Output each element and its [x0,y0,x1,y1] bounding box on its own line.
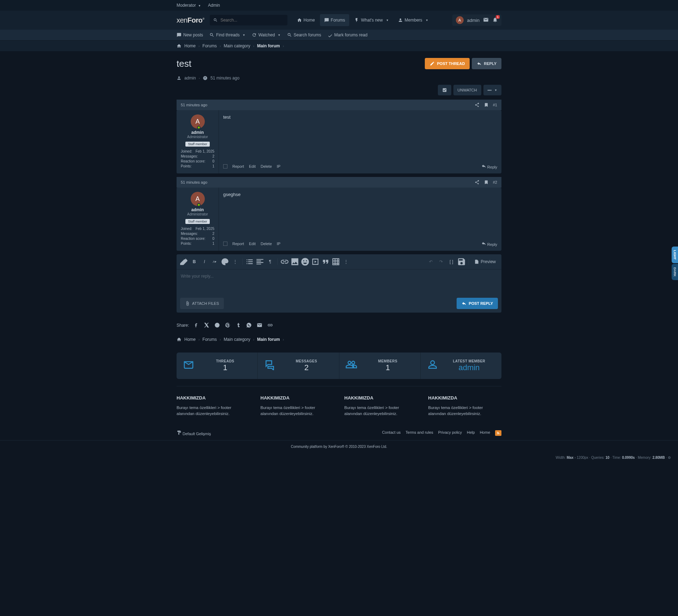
search-box[interactable] [210,15,287,25]
more-format-icon[interactable]: ⋮ [231,257,240,266]
post-number[interactable]: #1 [493,103,497,107]
share-icon[interactable] [475,102,480,107]
subnav-markread[interactable]: Mark forums read [328,32,368,37]
theme-light-button[interactable]: LIGHT [672,247,678,263]
topbar-moderator[interactable]: Moderator ▼ [177,3,201,8]
footer-terms[interactable]: Terms and rules [406,430,433,436]
footer-home[interactable]: Home [480,430,490,436]
subnav-findthreads[interactable]: Find threads ▼ [209,32,245,37]
thread-author[interactable]: admin [184,76,196,81]
breadcrumb-forum[interactable]: Main forum [257,43,280,48]
post-select-checkbox[interactable] [223,164,227,168]
theme-dark-button[interactable]: DARK [672,264,678,280]
post-avatar[interactable]: A [191,114,205,129]
align-icon[interactable] [255,257,264,266]
attach-files-button[interactable]: ATTACH FILES [180,298,224,309]
facebook-icon[interactable] [193,322,199,328]
breadcrumb-forums[interactable]: Forums [202,337,217,342]
breadcrumb-category[interactable]: Main category [224,43,250,48]
more-insert-icon[interactable]: ⋮ [341,257,351,266]
italic-icon[interactable]: I [200,257,209,266]
style-chooser[interactable]: Default Gelişmiş [177,430,211,436]
redo-icon[interactable]: ↷ [436,257,446,266]
nav-home[interactable]: Home [293,14,319,26]
post-number[interactable]: #2 [493,180,497,184]
delete-link[interactable]: Delete [261,242,272,246]
reply-button[interactable]: REPLY [472,58,501,69]
share-icon[interactable] [475,180,480,185]
edit-link[interactable]: Edit [249,164,256,168]
user-menu[interactable]: A admin 1 [452,14,501,26]
post-avatar[interactable]: A [191,192,205,206]
list-icon[interactable] [245,257,254,266]
breadcrumb-home[interactable]: Home [184,337,196,342]
latest-member-link[interactable]: admin [443,363,495,372]
select-all-button[interactable] [438,85,451,95]
image-icon[interactable] [290,257,299,266]
report-link[interactable]: Report [232,164,244,168]
eraser-icon[interactable] [179,257,189,266]
topbar: Moderator ▼ Admin [0,0,678,11]
post-username[interactable]: admin [181,130,214,135]
reply-link[interactable]: Reply [481,164,497,169]
email-icon[interactable] [257,322,262,328]
subnav-watched[interactable]: Watched ▼ [252,32,281,37]
bbcode-icon[interactable]: [ ] [447,257,456,266]
x-icon[interactable] [204,322,209,328]
topbar-admin[interactable]: Admin [208,3,220,8]
bookmark-icon[interactable] [484,180,489,185]
chevron-down-icon[interactable]: ▼ [386,19,389,22]
unwatch-button[interactable]: UNWATCH [453,85,481,95]
more-button[interactable]: ••• ▼ [483,85,501,95]
post-time[interactable]: 51 minutes ago [181,180,207,184]
breadcrumb-forum[interactable]: Main forum [257,337,280,342]
ip-link[interactable]: IP [277,164,280,168]
paragraph-icon[interactable]: ¶ [266,257,275,266]
inbox-icon[interactable] [483,17,489,24]
chevron-down-icon[interactable]: ▼ [426,19,428,22]
tumblr-icon[interactable] [236,322,241,328]
link-icon[interactable] [280,257,289,266]
bookmark-icon[interactable] [484,102,489,107]
subnav-newposts[interactable]: New posts [177,32,203,37]
bold-icon[interactable]: B [190,257,199,266]
alerts-icon[interactable]: 1 [492,17,498,24]
save-icon[interactable] [457,257,466,266]
whatsapp-icon[interactable] [246,322,252,328]
nav-members[interactable]: Members▼ [394,14,433,26]
post-thread-button[interactable]: POST THREAD [425,58,470,69]
ip-link[interactable]: IP [277,242,280,246]
post-time[interactable]: 51 minutes ago [181,103,207,107]
search-input[interactable] [220,18,284,23]
fontsize-icon[interactable]: A▾ [210,257,219,266]
reddit-icon[interactable] [214,322,220,328]
edit-link[interactable]: Edit [249,242,256,246]
delete-link[interactable]: Delete [261,164,272,168]
color-icon[interactable] [220,257,230,266]
nav-forums[interactable]: Forums [320,14,350,26]
breadcrumb-home[interactable]: Home [184,43,196,48]
post-select-checkbox[interactable] [223,242,227,246]
report-link[interactable]: Report [232,242,244,246]
breadcrumb-forums[interactable]: Forums [202,43,217,48]
media-icon[interactable] [311,257,320,266]
footer-help[interactable]: Help [467,430,475,436]
preview-button[interactable]: Preview [471,257,499,266]
pinterest-icon[interactable] [225,322,231,328]
post-reply-button[interactable]: POST REPLY [457,298,498,309]
post-username[interactable]: admin [181,207,214,212]
breadcrumb-category[interactable]: Main category [224,337,250,342]
link-icon[interactable] [267,322,273,328]
nav-whatsnew[interactable]: What's new▼ [350,14,393,26]
logo[interactable]: xenForo® [177,16,204,24]
quote-icon[interactable] [321,257,330,266]
reply-link[interactable]: Reply [481,241,497,247]
subnav-searchforums[interactable]: Search forums [287,32,321,37]
footer-privacy[interactable]: Privacy policy [438,430,462,436]
editor-textarea[interactable]: Write your reply... [177,270,501,294]
smile-icon[interactable] [301,257,310,266]
footer-contact[interactable]: Contact us [382,430,401,436]
undo-icon[interactable]: ↶ [426,257,435,266]
table-icon[interactable] [331,257,340,266]
rss-icon[interactable] [495,430,501,436]
